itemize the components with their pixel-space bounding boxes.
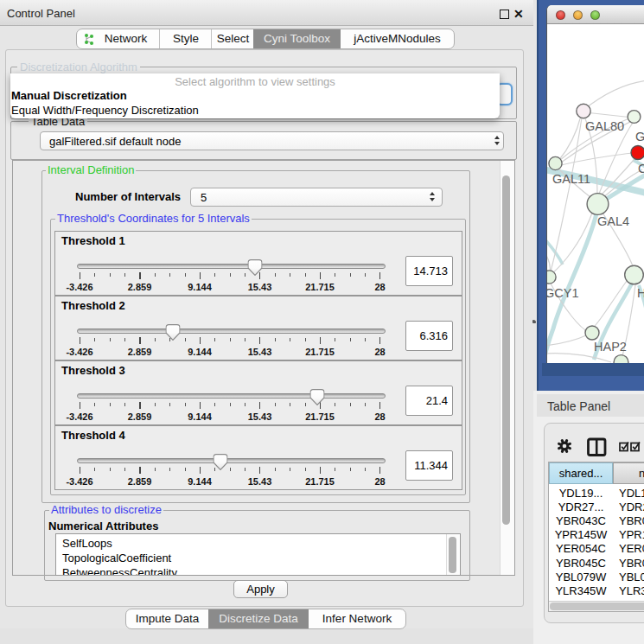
svg-text:C: C — [638, 162, 644, 175]
svg-text:GAL4: GAL4 — [597, 214, 629, 228]
svg-text:GAL80: GAL80 — [585, 119, 624, 133]
svg-text:HAP2: HAP2 — [594, 340, 627, 354]
svg-text:GAL11: GAL11 — [552, 172, 590, 186]
svg-text:H: H — [637, 286, 644, 300]
svg-text:GA: GA — [635, 130, 644, 143]
svg-text:GCY1: GCY1 — [547, 286, 579, 300]
